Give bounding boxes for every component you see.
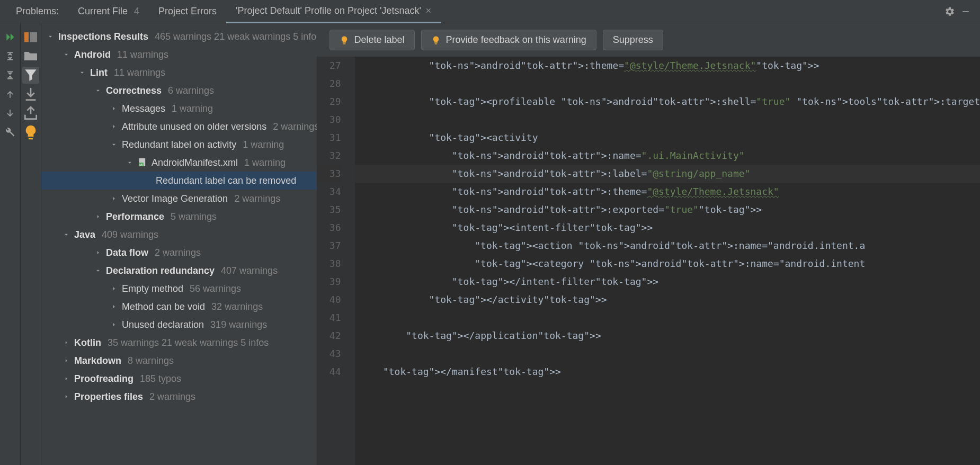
chevron-down-icon (61, 230, 71, 239)
toolbar-left-1 (0, 23, 21, 465)
code-editor[interactable]: 272829303132333435363738394041424344 "to… (317, 57, 980, 465)
chevron-down-icon (93, 266, 103, 275)
problems-label: Problems: (6, 1, 68, 22)
export-icon[interactable] (22, 105, 39, 122)
chevron-right-icon (61, 374, 71, 383)
bulb-icon[interactable] (22, 124, 39, 141)
wrench-icon[interactable] (2, 124, 19, 141)
tree-lint[interactable]: Lint 11 warnings (41, 64, 317, 82)
chevron-right-icon (93, 248, 103, 257)
chevron-down-icon (93, 86, 103, 95)
bulb-icon (340, 35, 349, 45)
expand-all-icon[interactable] (2, 48, 19, 65)
svg-rect-2 (30, 32, 37, 42)
code-lines[interactable]: "tok-ns">android"tok-attr">:theme="@styl… (355, 57, 980, 465)
folder-icon[interactable] (22, 48, 39, 65)
svg-rect-1 (24, 32, 29, 42)
minimize-icon[interactable] (958, 4, 974, 20)
tab-profile[interactable]: 'Project Default' Profile on Project 'Je… (226, 0, 441, 23)
chevron-right-icon (61, 392, 71, 401)
gutter-margin (349, 57, 355, 465)
chevron-down-icon (61, 50, 71, 59)
chevron-right-icon (61, 338, 71, 347)
chevron-down-icon (109, 140, 119, 149)
chevron-down-icon (77, 68, 87, 77)
tree-manifest-file[interactable]: MF AndroidManifest.xml 1 warning (41, 154, 317, 172)
next-icon[interactable] (2, 105, 19, 122)
rerun-icon[interactable] (2, 29, 19, 46)
settings-icon[interactable] (942, 4, 958, 20)
tree-selected-warning[interactable]: Redundant label can be removed (41, 172, 317, 190)
tree-kotlin[interactable]: Kotlin 35 warnings 21 weak warnings 5 in… (41, 334, 317, 352)
bulb-icon (431, 35, 441, 45)
chevron-right-icon (93, 212, 103, 221)
quick-fix-bar: Delete label Provide feedback on this wa… (317, 23, 980, 57)
tree-properties[interactable]: Properties files 2 warnings (41, 388, 317, 406)
tree-java[interactable]: Java 409 warnings (41, 226, 317, 244)
chevron-right-icon (109, 320, 119, 329)
filter-icon[interactable] (22, 67, 39, 84)
tree-empty-method[interactable]: Empty method 56 warnings (41, 280, 317, 298)
feedback-button[interactable]: Provide feedback on this warning (421, 30, 596, 50)
tree-proofreading[interactable]: Proofreading 185 typos (41, 370, 317, 388)
chevron-right-icon (109, 194, 119, 203)
chevron-down-icon (46, 32, 55, 41)
highlight-icon[interactable] (22, 29, 39, 46)
inspections-tree[interactable]: Inspections Results 465 warnings 21 weak… (41, 23, 317, 465)
chevron-right-icon (109, 104, 119, 113)
tree-markdown[interactable]: Markdown 8 warnings (41, 352, 317, 370)
suppress-button[interactable]: Suppress (603, 30, 663, 50)
svg-text:MF: MF (139, 163, 144, 166)
tab-project-errors[interactable]: Project Errors (149, 1, 226, 22)
tree-unused-decl[interactable]: Unused declaration 319 warnings (41, 316, 317, 334)
chevron-right-icon (109, 284, 119, 293)
tree-vector[interactable]: Vector Image Generation 2 warnings (41, 190, 317, 208)
line-gutter: 272829303132333435363738394041424344 (317, 57, 349, 465)
tree-android[interactable]: Android 11 warnings (41, 46, 317, 64)
code-preview-panel: Delete label Provide feedback on this wa… (317, 23, 980, 465)
chevron-right-icon (61, 356, 71, 365)
chevron-right-icon (109, 122, 119, 131)
close-icon[interactable]: ✕ (425, 6, 432, 15)
tree-decl-red[interactable]: Declaration redundancy 407 warnings (41, 262, 317, 280)
tree-method-void[interactable]: Method can be void 32 warnings (41, 298, 317, 316)
tree-redundant-label[interactable]: Redundant label on activity 1 warning (41, 136, 317, 154)
tree-attr-unused[interactable]: Attribute unused on older versions 2 war… (41, 118, 317, 136)
problems-tab-bar: Problems: Current File 4 Project Errors … (0, 0, 980, 23)
toolbar-left-2 (21, 23, 41, 465)
collapse-all-icon[interactable] (2, 67, 19, 84)
chevron-right-icon (109, 302, 119, 311)
tree-performance[interactable]: Performance 5 warnings (41, 208, 317, 226)
tree-root[interactable]: Inspections Results 465 warnings 21 weak… (41, 28, 317, 46)
tab-current-file[interactable]: Current File 4 (68, 1, 149, 22)
delete-label-button[interactable]: Delete label (329, 30, 415, 50)
manifest-file-icon: MF (138, 157, 148, 168)
tree-correctness[interactable]: Correctness 6 warnings (41, 82, 317, 100)
autoscroll-icon[interactable] (22, 86, 39, 103)
tree-messages[interactable]: Messages 1 warning (41, 100, 317, 118)
tree-dataflow[interactable]: Data flow 2 warnings (41, 244, 317, 262)
prev-icon[interactable] (2, 86, 19, 103)
chevron-down-icon (125, 158, 135, 167)
